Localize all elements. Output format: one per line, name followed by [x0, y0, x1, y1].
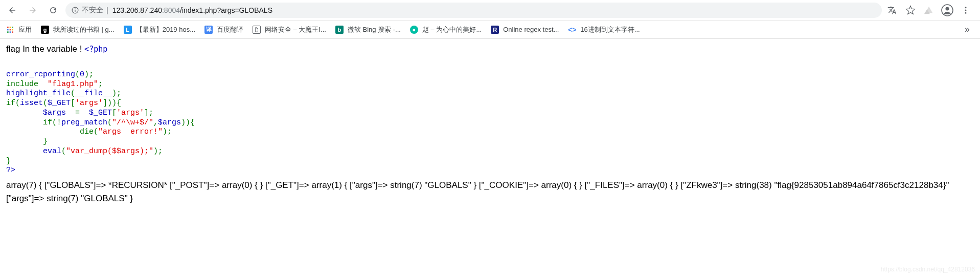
svg-point-4 [946, 7, 949, 10]
var-dump-output: array(7) { ["GLOBALS"]=> *RECURSION* ["_… [6, 179, 974, 205]
bookmark-label: 微软 Bing 搜索 -... [348, 25, 401, 34]
toolbar-right [886, 4, 976, 16]
info-icon [72, 7, 79, 14]
svg-rect-10 [12, 27, 13, 28]
translate-icon[interactable] [886, 4, 898, 16]
reload-button[interactable] [45, 2, 61, 18]
security-indicator[interactable]: 不安全 | [72, 6, 108, 15]
svg-rect-14 [7, 31, 9, 33]
svg-point-5 [965, 7, 967, 8]
bookmark-item[interactable]: b 微软 Bing 搜索 -... [335, 25, 401, 34]
file-icon [253, 26, 261, 34]
bookmark-label: Online regex test... [503, 26, 559, 33]
page-content: flag In the variable ! <?php error_repor… [0, 39, 980, 210]
apps-shortcut[interactable]: 应用 [6, 25, 32, 34]
bookmark-label: 赵 – 为心中的美好... [422, 25, 482, 34]
svg-rect-2 [75, 8, 75, 9]
bookmark-label: 我所读过的书籍 | g... [53, 25, 115, 34]
bookmark-item[interactable]: 网络安全 – 大魔王I... [253, 25, 326, 34]
svg-rect-13 [12, 29, 13, 30]
svg-rect-9 [10, 27, 11, 28]
bookmark-label: 百度翻译 [217, 25, 243, 34]
bookmarks-overflow[interactable]: » [961, 24, 974, 35]
bookmark-favicon: g [41, 26, 49, 34]
svg-rect-11 [7, 29, 9, 30]
svg-point-6 [965, 9, 967, 11]
bookmark-favicon: L [124, 26, 132, 34]
svg-rect-16 [12, 31, 13, 33]
extension-icon[interactable] [923, 4, 935, 16]
bookmark-favicon: <> [568, 26, 576, 34]
insecure-label: 不安全 [82, 6, 103, 15]
forward-button[interactable] [25, 2, 41, 18]
bookmark-label: 应用 [18, 25, 32, 34]
bookmark-favicon: ● [410, 26, 418, 34]
bookmark-favicon: b [335, 26, 344, 34]
php-open-tag: <?php [84, 45, 107, 54]
svg-rect-8 [7, 27, 9, 28]
bookmark-item[interactable]: R Online regex test... [491, 26, 559, 34]
svg-rect-1 [75, 9, 75, 11]
svg-point-7 [965, 12, 967, 13]
page-title: flag In the variable ! [6, 44, 82, 54]
bookmark-item[interactable]: L 【最新】2019 hos... [124, 25, 195, 34]
bookmark-label: 16进制到文本字符... [580, 25, 640, 34]
bookmark-favicon: R [491, 26, 499, 34]
svg-rect-12 [10, 29, 11, 30]
bookmark-item[interactable]: 译 百度翻译 [204, 25, 243, 34]
page-title-line: flag In the variable ! <?php [6, 44, 974, 54]
code-block: error_reporting(0); include "flag1.php";… [6, 60, 974, 176]
back-button[interactable] [4, 2, 20, 18]
url-text: 123.206.87.240:8004/index1.php?args=GLOB… [112, 6, 272, 14]
apps-icon [6, 26, 14, 34]
bookmarks-bar: 应用 g 我所读过的书籍 | g... L 【最新】2019 hos... 译 … [0, 20, 980, 39]
menu-icon[interactable] [960, 4, 972, 16]
bookmark-favicon: 译 [204, 26, 213, 34]
address-bar[interactable]: 不安全 | 123.206.87.240:8004/index1.php?arg… [65, 3, 882, 18]
star-icon[interactable] [904, 4, 917, 16]
bookmark-label: 【最新】2019 hos... [136, 25, 195, 34]
bookmark-item[interactable]: <> 16进制到文本字符... [568, 25, 640, 34]
svg-rect-15 [10, 31, 11, 33]
browser-toolbar: 不安全 | 123.206.87.240:8004/index1.php?arg… [0, 0, 980, 20]
bookmark-item[interactable]: ● 赵 – 为心中的美好... [410, 25, 482, 34]
bookmark-item[interactable]: g 我所读过的书籍 | g... [41, 25, 115, 34]
profile-icon[interactable] [941, 4, 953, 16]
bookmark-label: 网络安全 – 大魔王I... [265, 25, 326, 34]
